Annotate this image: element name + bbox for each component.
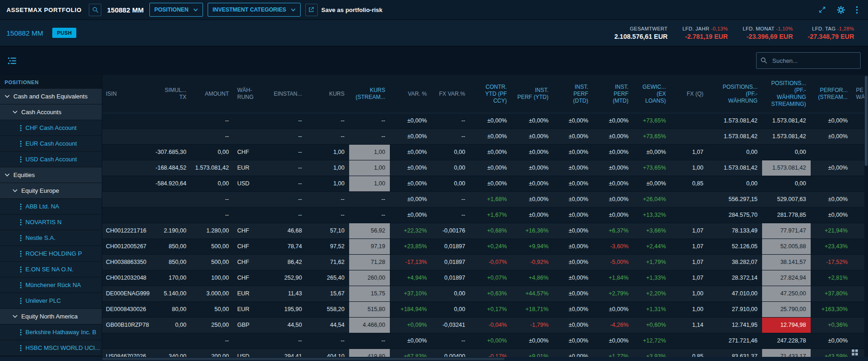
sidebar-item-hsbc-msci-world-uci[interactable]: HSBC MSCI WORLD UCI...	[0, 340, 102, 356]
kebab-icon[interactable]	[20, 125, 22, 131]
table-row[interactable]: --------±0,00%--+0,00%±0,00%±0,00%±0,00%…	[102, 333, 864, 349]
push-button[interactable]: PUSH	[52, 28, 76, 38]
cell-fx-var-pct: 0,00	[431, 160, 470, 176]
kebab-icon[interactable]	[20, 266, 22, 273]
column-header-fx-var-pct[interactable]: FX VAR.%	[431, 75, 470, 113]
column-header-waehrung[interactable]: WÄH-RUNG	[234, 75, 257, 113]
positions-dropdown[interactable]: POSITIONEN	[149, 3, 203, 17]
table-row[interactable]: US0846707026340,00200,00USD294,41404,104…	[102, 349, 864, 357]
sidebar-item-e-on-se-na-o-n[interactable]: E.ON SE NA O.N.	[0, 262, 102, 277]
table-row[interactable]: -307.685,300,00CHF--1,001,00±0,00%0,00±0…	[102, 145, 864, 160]
kebab-icon[interactable]	[20, 219, 22, 226]
kebab-icon[interactable]	[20, 298, 22, 304]
sidebar-item-m-nchener-r-ck-na[interactable]: Münchener Rück NA	[0, 277, 102, 293]
table-row[interactable]: GB00B10RZP780,00250,00GBP44,5044,544.466…	[102, 318, 864, 333]
sidebar-item-equity-europe[interactable]: Equity Europe	[0, 183, 102, 199]
column-header-kurs-streaming[interactable]: KURS(STREAM...	[349, 75, 390, 113]
kebab-icon[interactable]	[20, 282, 22, 288]
cell-kurs-streaming: --	[349, 333, 390, 349]
column-header-gewicht-ex-loans[interactable]: GEWIC...(EXLOANS)	[633, 75, 671, 113]
cell-inst-perf-ytd: +9,01%	[511, 349, 553, 357]
chevron-down-icon[interactable]	[12, 189, 18, 192]
sidebar-item-cash-and-cash-equivalents[interactable]: Cash and Cash Equivalents	[0, 89, 102, 104]
column-header-isin[interactable]: ISIN	[102, 75, 152, 113]
column-header-position-pf-waehrung[interactable]: POSITIONS...(PF.-WÄHRUNG	[708, 75, 762, 113]
sidebar-item-label: Equity Europe	[21, 187, 59, 194]
table-row[interactable]: CH0038863350850,00500,00CHF86,4271,6271,…	[102, 255, 864, 270]
chevron-down-icon[interactable]	[5, 173, 10, 177]
chevron-down-icon[interactable]	[12, 315, 18, 318]
cell-simul-tx: 80,00	[152, 302, 191, 317]
cell-waehrung: CHF	[234, 270, 257, 286]
table-row[interactable]: DE000ENAG9995.140,003.000,00EUR11,4315,6…	[102, 286, 864, 302]
kebab-icon[interactable]	[20, 156, 22, 163]
chevron-down-icon[interactable]	[12, 110, 18, 114]
vertical-scrollbar[interactable]	[864, 75, 868, 357]
sidebar-item-roche-holding-p[interactable]: ROCHE HOLDING P	[0, 246, 102, 262]
column-header-amount[interactable]: AMOUNT	[191, 75, 234, 113]
settings-gear-icon[interactable]	[837, 6, 845, 14]
table-row[interactable]: CH0012032048170,00100,00CHF252,90265,402…	[102, 270, 864, 286]
investment-categories-dropdown[interactable]: INVESTMENT CATEGORIES	[208, 3, 301, 17]
fullscreen-icon[interactable]	[819, 6, 826, 13]
kebab-icon[interactable]	[20, 345, 22, 351]
cell-fx-q: 1,07	[671, 270, 708, 286]
column-header-inst-perf-ytd[interactable]: INST.PERF (YTD)	[511, 75, 553, 113]
sidebar-item-usd-cash-account[interactable]: USD Cash Account	[0, 152, 102, 167]
table-row[interactable]: --------±0,00%--±0,00%±0,00%±0,00%±0,00%…	[102, 113, 864, 129]
table-row[interactable]: -168.484,521.573.081,42EUR--1,001,00±0,0…	[102, 160, 864, 176]
column-header-pe-cut[interactable]: PEWÄ	[852, 75, 864, 113]
cell-simul-tx	[152, 129, 191, 144]
column-header-kurs[interactable]: KURS	[307, 75, 349, 113]
chevron-down-icon[interactable]	[5, 95, 10, 98]
cell-var-pct: +37,10%	[390, 286, 431, 301]
column-header-position-pf-waehrung-streaming[interactable]: POSITIONS...(PF.-WÄHRUNGSTREAMING)	[762, 75, 811, 113]
kebab-icon[interactable]	[20, 251, 22, 257]
kebab-icon[interactable]	[20, 235, 22, 241]
column-header-var-pct[interactable]: VAR. %	[390, 75, 431, 113]
cell-simul-tx: 340,00	[152, 349, 191, 357]
search-button[interactable]	[89, 4, 101, 16]
table-row[interactable]: --------±0,00%--+1,67%±0,00%±0,00%±0,00%…	[102, 208, 864, 223]
column-header-einstand[interactable]: EINSTAN...	[257, 75, 307, 113]
table-row[interactable]: DE000843002680,0050,00EUR195,90558,20515…	[102, 302, 864, 318]
cell-performance-streaming: +37,80%	[811, 286, 852, 301]
kebab-icon[interactable]	[20, 329, 22, 336]
sidebar-item-cash-accounts[interactable]: Cash Accounts	[0, 104, 102, 120]
table-row[interactable]: CH00122217162.190,001.280,00CHF46,6857,1…	[102, 223, 864, 239]
table-row[interactable]: -584.920,640,00USD--1,001,00±0,00%0,00±0…	[102, 176, 864, 192]
scrollbar-thumb[interactable]	[865, 76, 868, 166]
kebab-icon[interactable]	[20, 203, 22, 210]
table-row[interactable]: --------±0,00%--+1,68%±0,00%±0,00%±0,00%…	[102, 192, 864, 208]
table-row[interactable]: --------±0,00%--±0,00%±0,00%±0,00%±0,00%…	[102, 129, 864, 145]
sidebar-item-abb-ltd-na[interactable]: ABB Ltd. NA	[0, 199, 102, 214]
sidebar-item-chf-cash-account[interactable]: CHF Cash Account	[0, 120, 102, 136]
cell-isin	[102, 145, 152, 160]
sidebar-item-nestle-s-a[interactable]: Nestle S.A.	[0, 230, 102, 246]
grid-view-icon[interactable]	[852, 349, 858, 355]
horizontal-scrollbar[interactable]	[102, 358, 505, 360]
cell-position-pf-waehrung: 1.573.081,42	[708, 129, 762, 144]
sidebar-item-equities[interactable]: Equities	[0, 167, 102, 183]
portfolio-name-link[interactable]: 150882 MM	[6, 29, 43, 37]
save-as-portfolio-risk-link[interactable]: Save as portfolio-risk	[321, 6, 382, 13]
table-row[interactable]: CH0012005267850,00500,00CHF78,7497,5297,…	[102, 239, 864, 255]
cell-position-pf-waehrung: 38.282,07	[708, 255, 762, 270]
column-header-fx-q[interactable]: FX (Q)	[671, 75, 708, 113]
sidebar-item-unilever-plc[interactable]: Unilever PLC	[0, 293, 102, 309]
column-header-simul-tx[interactable]: SIMUL...TX	[152, 75, 191, 113]
column-header-contr-ytd[interactable]: CONTR.YTD (PFCCY)	[470, 75, 511, 113]
kebab-icon[interactable]	[20, 141, 22, 147]
column-header-inst-perf-mtd[interactable]: INST.PERF(MTD)	[593, 75, 633, 113]
column-header-performance-streaming[interactable]: PERFOR...(STREAM...	[811, 75, 852, 113]
hierarchy-filter-icon[interactable]	[7, 56, 17, 65]
bottom-bar	[0, 357, 868, 361]
external-link-icon[interactable]	[305, 4, 318, 16]
search-input[interactable]	[756, 52, 861, 69]
sidebar-item-novartis-n[interactable]: NOVARTIS N	[0, 214, 102, 230]
sidebar-item-eur-cash-account[interactable]: EUR Cash Account	[0, 136, 102, 152]
sidebar-item-berkshire-hathaway-inc-b[interactable]: Berkshire Hathaway Inc. B	[0, 324, 102, 340]
sidebar-item-equity-north-america[interactable]: Equity North America	[0, 309, 102, 324]
kebab-menu-icon[interactable]	[856, 6, 858, 14]
column-header-inst-perf-dtd[interactable]: INST.PERF(DTD)	[553, 75, 593, 113]
